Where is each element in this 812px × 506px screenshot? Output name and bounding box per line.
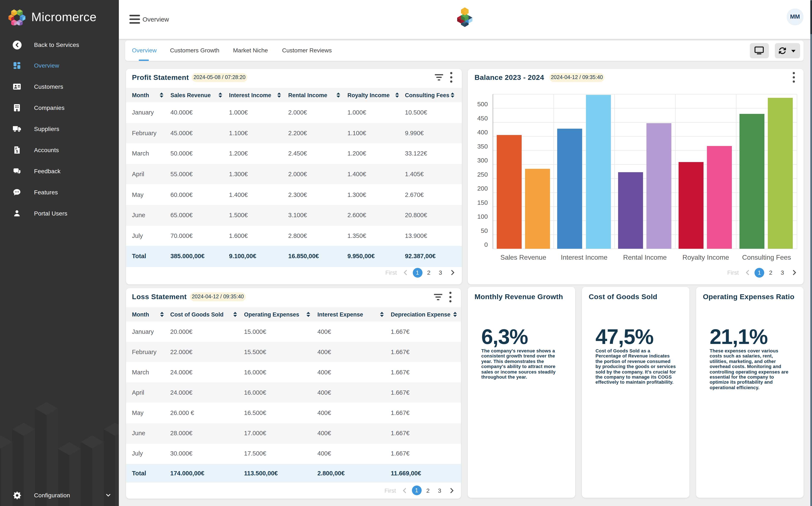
svg-text:Rental Income: Rental Income [623,253,667,261]
svg-text:$: $ [16,149,18,153]
svg-text:Consulting Fees: Consulting Fees [742,253,791,261]
svg-text:450: 450 [477,114,488,121]
svg-text:100: 100 [477,213,488,220]
svg-text:200: 200 [477,185,488,192]
svg-text:50: 50 [481,227,488,234]
svg-text:350: 350 [477,143,488,150]
svg-text:150: 150 [477,199,488,206]
svg-text:Interest Income: Interest Income [561,253,607,261]
svg-text:250: 250 [477,171,488,178]
svg-text:400: 400 [477,129,488,136]
svg-text:0: 0 [484,241,488,248]
svg-text:Royalty Income: Royalty Income [682,253,729,261]
svg-text:Sales Revenue: Sales Revenue [500,253,546,261]
svg-text:500: 500 [477,100,488,107]
svg-text:300: 300 [477,157,488,164]
